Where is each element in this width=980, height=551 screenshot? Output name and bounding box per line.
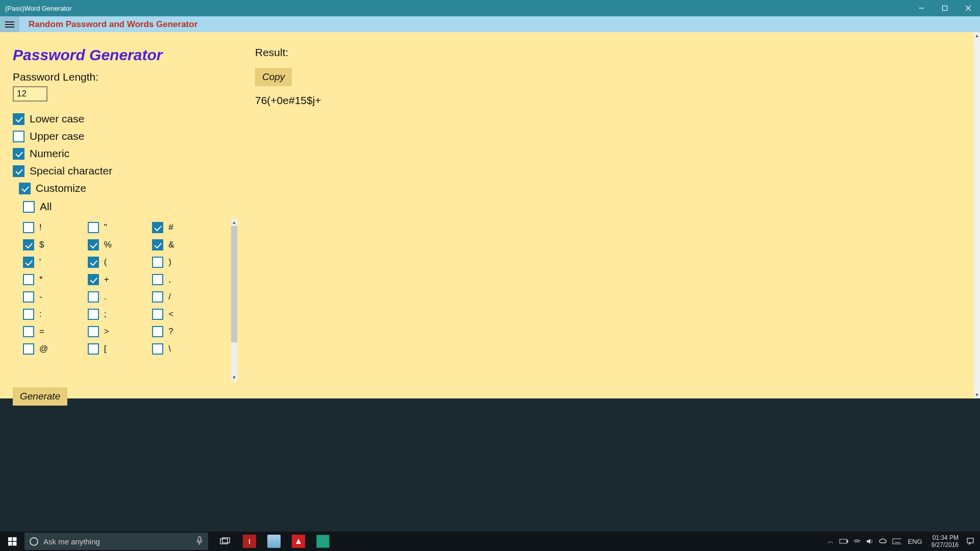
special-char-option[interactable]: =: [23, 323, 88, 340]
volume-icon[interactable]: [866, 537, 875, 546]
mic-icon[interactable]: [196, 536, 203, 547]
main-scrollbar[interactable]: ▲ ▼: [974, 32, 980, 398]
desktop-gap: [0, 398, 980, 532]
special-char-symbol: !: [39, 222, 42, 233]
special-char-option[interactable]: ): [152, 254, 217, 271]
special-char-option[interactable]: #: [152, 219, 217, 236]
special-char-option[interactable]: .: [88, 288, 153, 306]
special-char-option[interactable]: >: [88, 323, 153, 340]
search-placeholder: Ask me anything: [43, 537, 100, 546]
taskbar-app-3[interactable]: [287, 532, 310, 551]
special-char-option[interactable]: :: [23, 306, 88, 323]
option-special[interactable]: Special character: [13, 165, 255, 177]
scroll-thumb[interactable]: [231, 226, 237, 342]
option-all[interactable]: All: [23, 201, 255, 213]
scroll-track[interactable]: [974, 39, 980, 391]
special-char-option[interactable]: ?: [152, 323, 217, 340]
special-char-option[interactable]: ': [23, 254, 88, 271]
option-lower-case[interactable]: Lower case: [13, 113, 255, 125]
checkbox-icon: [88, 239, 99, 251]
special-char-option[interactable]: -: [23, 288, 88, 306]
special-char-symbol: \: [168, 344, 171, 354]
checkbox-icon: [152, 274, 163, 285]
svg-rect-16: [847, 540, 848, 542]
svg-rect-17: [893, 539, 901, 544]
checkbox-icon: [152, 239, 163, 251]
battery-icon[interactable]: [839, 537, 848, 546]
checkbox-icon: [23, 257, 34, 268]
generate-button[interactable]: Generate: [13, 387, 67, 406]
cortana-icon: [30, 537, 38, 546]
special-char-option[interactable]: !: [23, 219, 88, 236]
special-char-symbol: &: [168, 240, 174, 250]
special-char-option[interactable]: ,: [152, 271, 217, 288]
option-customize[interactable]: Customize: [19, 182, 255, 194]
window-controls: [910, 0, 980, 16]
keyboard-icon[interactable]: [892, 537, 901, 546]
window-title: (Pass)Word Generator: [0, 5, 72, 12]
taskbar-app-2[interactable]: [262, 532, 286, 551]
checkbox-icon: [23, 222, 34, 233]
checkbox-icon: [23, 239, 34, 251]
scroll-track[interactable]: [231, 226, 237, 374]
special-char-option[interactable]: ;: [88, 306, 153, 323]
special-char-option[interactable]: (: [88, 254, 153, 271]
special-char-option[interactable]: $: [23, 236, 88, 254]
action-center-icon[interactable]: [966, 537, 975, 546]
onedrive-icon[interactable]: [879, 537, 888, 546]
minimize-button[interactable]: [910, 0, 933, 16]
option-upper-case[interactable]: Upper case: [13, 130, 255, 142]
network-icon[interactable]: [852, 537, 862, 546]
checkbox-icon: [152, 222, 163, 233]
clock[interactable]: 01:34 PM 9/27/2016: [928, 534, 962, 548]
tray-chevron-icon[interactable]: ︿: [826, 537, 835, 546]
special-char-option[interactable]: [: [88, 340, 153, 358]
hamburger-button[interactable]: [0, 16, 19, 32]
special-char-option[interactable]: *: [23, 271, 88, 288]
checkbox-icon: [19, 183, 31, 194]
special-char-option[interactable]: <: [152, 306, 217, 323]
special-char-symbol: ): [168, 257, 171, 267]
special-char-option[interactable]: @: [23, 340, 88, 358]
task-icons: I: [213, 532, 335, 551]
length-label: Password Length:: [13, 71, 255, 83]
checkbox-icon: [23, 291, 34, 303]
taskbar-app-4[interactable]: [311, 532, 335, 551]
special-char-option[interactable]: /: [152, 288, 217, 306]
special-char-option[interactable]: +: [88, 271, 153, 288]
checkbox-icon: [13, 131, 24, 142]
search-box[interactable]: Ask me anything: [24, 533, 208, 550]
close-button[interactable]: [957, 0, 980, 16]
checkbox-icon: [152, 257, 163, 268]
special-char-symbol: /: [168, 292, 171, 302]
special-char-option[interactable]: ": [88, 219, 153, 236]
clock-time: 01:34 PM: [932, 534, 959, 541]
language-indicator[interactable]: ENG: [906, 538, 924, 545]
svg-rect-15: [840, 539, 847, 543]
copy-button[interactable]: Copy: [255, 68, 292, 86]
special-col: #&),/<?\: [152, 219, 217, 358]
special-char-option[interactable]: &: [152, 236, 217, 254]
checkbox-icon: [152, 343, 163, 355]
svg-rect-21: [967, 538, 973, 543]
special-char-option[interactable]: \: [152, 340, 217, 358]
task-view-button[interactable]: [213, 532, 237, 551]
special-char-panel: !$'*-:=@ "%(+.;>[ #&),/<?\ ▲ ▼: [23, 219, 237, 381]
scroll-up-icon[interactable]: ▲: [974, 32, 980, 39]
scroll-up-icon[interactable]: ▲: [231, 219, 237, 226]
option-numeric[interactable]: Numeric: [13, 147, 255, 160]
checkbox-icon: [23, 343, 34, 355]
checkbox-icon: [88, 326, 99, 337]
page-title: Random Password and Words Generator: [19, 19, 197, 30]
start-button[interactable]: [0, 532, 24, 551]
special-char-symbol: (: [104, 257, 107, 267]
scroll-down-icon[interactable]: ▼: [231, 374, 237, 381]
special-scrollbar[interactable]: ▲ ▼: [231, 219, 237, 381]
length-input[interactable]: [13, 86, 47, 102]
maximize-button[interactable]: [933, 0, 957, 16]
scroll-down-icon[interactable]: ▼: [974, 391, 980, 398]
checkbox-icon: [88, 309, 99, 320]
taskbar-app-1[interactable]: I: [238, 532, 261, 551]
options-group: Lower case Upper case Numeric Special ch…: [13, 113, 255, 406]
special-char-option[interactable]: %: [88, 236, 153, 254]
